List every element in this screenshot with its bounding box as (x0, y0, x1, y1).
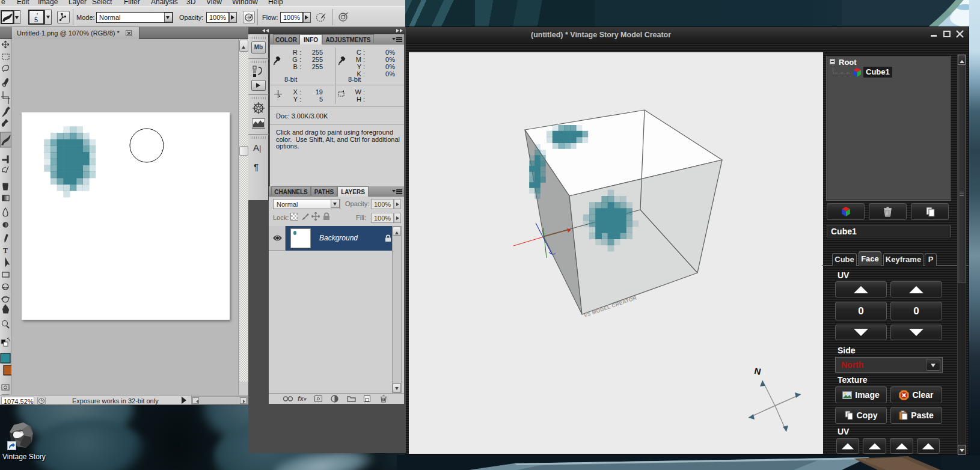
svg-text:T: T (3, 246, 8, 255)
svg-text:N: N (753, 365, 762, 377)
